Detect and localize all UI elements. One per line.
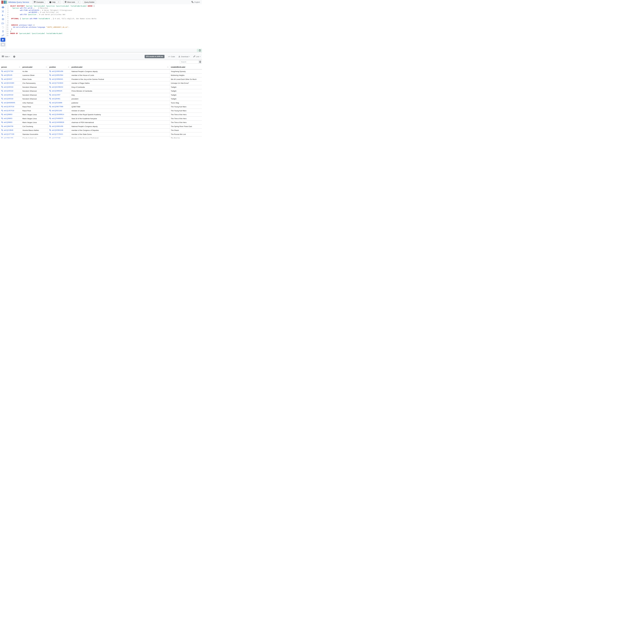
entity-link[interactable]: wd:Q10891456 — [49, 70, 63, 72]
undo-icon[interactable] — [1, 26, 5, 29]
entity-link[interactable]: wd:Q55245 — [1, 74, 12, 76]
entity-link[interactable]: wd:Q30461 — [49, 98, 60, 100]
entity-link[interactable]: wd:Q39803 — [1, 117, 12, 119]
entity-link[interactable]: wd:Q2516866 — [49, 102, 62, 104]
svg-text:i: i — [3, 7, 3, 8]
pin-dropdown-caret[interactable]: ▾ — [4, 15, 5, 16]
cell-person: wd:Q160318 — [0, 97, 21, 101]
cell-positionLabel: National People's Congress deputy — [70, 69, 170, 73]
open-query-folder-icon[interactable] — [1, 22, 5, 25]
results-help-icon[interactable]: ? — [13, 56, 15, 58]
entity-link[interactable]: wd:Q384708 — [1, 125, 13, 127]
cell-positionLabel: Q29877568 — [70, 105, 170, 109]
line-number: 9 — [6, 22, 9, 24]
download-button[interactable]: Download ▾ — [178, 56, 190, 58]
cell-personLabel: Norodom Sihanouk — [21, 93, 48, 97]
entity-link[interactable]: wd:Q53037 — [1, 78, 12, 80]
entity-link[interactable]: wd:Q64595905 — [1, 102, 15, 104]
results-toolbar: Table ▾ ? 570 results in 2478 ms </> Cod… — [0, 53, 202, 60]
entity-link[interactable]: wd:Q747760 — [1, 70, 13, 72]
link-button[interactable]: Link ▾ — [193, 56, 200, 58]
column-visibility-button[interactable] — [198, 60, 202, 64]
view-mode-dropdown[interactable]: Table ▾ — [2, 56, 10, 58]
more-tools-button[interactable]: More tools ▾ — [63, 0, 80, 4]
entity-link[interactable]: wd:Q39803 — [1, 113, 12, 115]
entity-link[interactable]: wd:Q219646 — [1, 129, 13, 131]
column-header-notableWorkLabel[interactable]: notableWorkLabel — [170, 65, 202, 69]
entity-link[interactable]: wd:Q23958341 — [49, 78, 63, 80]
trash-icon[interactable] — [1, 30, 5, 33]
table-row: wd:Q1377159Stanislav Govorukhinwd:Q17276… — [0, 132, 202, 136]
entity-link[interactable]: wd:Q1357018 — [1, 106, 14, 108]
entity-link[interactable]: wd:Q12097 — [49, 94, 60, 96]
entity-link[interactable]: wd:Q2621182 — [49, 110, 62, 112]
fullscreen-icon[interactable] — [1, 10, 5, 13]
entity-link[interactable]: wd:Q1377159 — [1, 133, 14, 135]
entity-link[interactable]: wd:Q135499914 — [49, 113, 64, 115]
stop-query-button[interactable] — [1, 43, 5, 46]
magnifier-icon — [1, 125, 3, 127]
cell-position: wd:Q12097 — [48, 93, 70, 97]
cell-personLabel: Norodom Sihanouk — [21, 89, 48, 93]
entity-link[interactable]: wd:Q160318 — [1, 86, 13, 88]
entity-link[interactable]: wd:Q5103380 — [1, 82, 14, 84]
results-count-badge: 570 results in 2478 ms — [145, 55, 165, 58]
entity-link[interactable]: wd:Q160318 — [1, 90, 13, 92]
help-button[interactable]: ? Help ▾ — [48, 0, 60, 4]
entity-link[interactable]: wd:Q17324844 — [49, 82, 63, 84]
editor-lines[interactable]: SELECT DISTINCT ?person ?personLabel ?po… — [9, 4, 202, 49]
refresh-button[interactable] — [197, 49, 202, 52]
entity-link[interactable]: wd:Q134099928 — [49, 121, 64, 123]
table-controls — [0, 60, 202, 65]
code-button[interactable]: </> Code — [168, 56, 175, 58]
entity-link[interactable]: wd:Q27169 — [49, 137, 60, 138]
entity-link[interactable]: wd:Q1999325 — [49, 90, 62, 92]
magnifier-icon — [49, 70, 51, 72]
column-header-personLabel[interactable]: personLabel — [21, 65, 48, 69]
column-header-positionLabel[interactable]: positionLabel — [70, 65, 170, 69]
entity-link[interactable]: wd:Q42298242 — [49, 86, 63, 88]
format-gem-icon[interactable] — [1, 18, 5, 21]
table-row: wd:Q1357018Raoul Peckwd:Q29877568Q298775… — [0, 105, 202, 109]
entity-link[interactable]: wd:Q32963246 — [49, 129, 63, 131]
stop-icon — [2, 44, 4, 45]
editor-toolbar: i ▾ — [0, 4, 6, 49]
cell-notableWorkLabel: Twilight — [170, 97, 202, 101]
entity-link[interactable]: wd:Q70495970 — [49, 117, 63, 119]
entity-link[interactable]: wd:Q17276321 — [49, 133, 63, 135]
help-dropdown-caret[interactable]: ▾ — [57, 2, 59, 3]
column-header-position[interactable]: position — [48, 65, 70, 69]
search-input[interactable] — [180, 60, 199, 64]
entity-link[interactable]: wd:Q39803 — [1, 121, 12, 123]
language-selector[interactable]: A English — [191, 1, 200, 3]
column-label: position — [49, 66, 56, 68]
entity-link[interactable]: wd:Q10891456 — [49, 125, 63, 127]
cell-position: wd:Q17276321 — [48, 132, 70, 136]
info-icon[interactable]: i — [1, 6, 5, 9]
magnifier-icon — [1, 90, 3, 92]
magnifier-icon — [1, 133, 3, 135]
magnifier-icon — [49, 114, 51, 115]
entity-link[interactable]: wd:Q561255 — [1, 137, 13, 138]
editor-footer — [1, 49, 202, 52]
entity-link[interactable]: wd:Q1357018 — [1, 110, 14, 112]
cell-position: wd:Q32963246 — [48, 128, 70, 132]
help-icon: ? — [49, 1, 51, 3]
entity-link[interactable]: wd:Q160318 — [1, 94, 13, 96]
column-header-person[interactable]: person — [0, 65, 21, 69]
magnifier-icon — [1, 86, 3, 88]
cell-position: wd:Q42298242 — [48, 85, 70, 89]
pin-icon[interactable]: ▾ — [1, 14, 5, 17]
entity-link[interactable]: wd:Q29877568 — [49, 106, 63, 108]
editor-gutter: 123456789101112131415 — [6, 4, 9, 37]
table-row: wd:Q5103380Cho Ramaswamywd:Q17324844memb… — [0, 81, 202, 85]
magnifier-icon — [49, 133, 51, 135]
top-bar: Wikidata Query Service Examples ? Help ▾ — [0, 0, 202, 4]
share-link-icon[interactable] — [1, 34, 5, 37]
examples-button[interactable]: Examples — [32, 0, 45, 4]
entity-link[interactable]: wd:Q18952564 — [49, 74, 63, 76]
query-builder-button[interactable]: Query Builder — [83, 0, 96, 4]
run-query-button[interactable] — [1, 38, 5, 42]
more-tools-dropdown-caret[interactable]: ▾ — [77, 2, 79, 3]
entity-link[interactable]: wd:Q160318 — [1, 98, 13, 100]
